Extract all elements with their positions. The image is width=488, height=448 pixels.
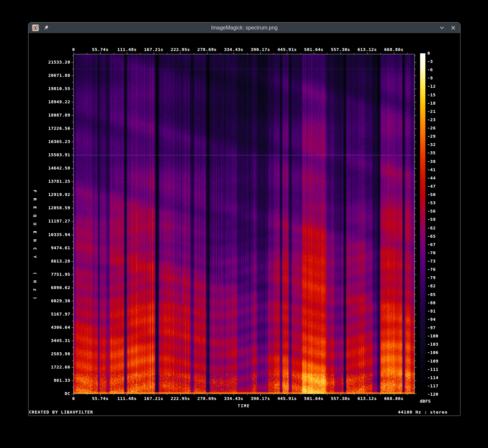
legend-tick-label: -120 (427, 392, 438, 397)
legend-tick-label: -50 (427, 192, 436, 197)
y-axis-title: FREQUENCY (Hz) (32, 188, 37, 307)
time-tick-label: 668.86s (384, 396, 403, 401)
freq-tick-label: 6890.62 (38, 285, 70, 290)
axis-tick (260, 394, 261, 396)
axis-tick (72, 274, 73, 275)
axis-tick (415, 201, 416, 202)
legend-tick-label: -79 (427, 275, 436, 280)
axis-tick (415, 122, 416, 122)
axis-tick (415, 109, 416, 109)
axis-tick (415, 268, 416, 268)
freq-tick-label: 14642.58 (38, 166, 70, 171)
axis-tick (415, 301, 416, 301)
axis-tick (415, 374, 416, 374)
axis-tick (415, 228, 416, 228)
legend-tick-label: -59 (427, 217, 436, 222)
axis-tick (72, 354, 73, 354)
legend-tick-label: -3 (427, 59, 433, 64)
time-tick-label: 222.95s (171, 47, 190, 52)
axis-tick (72, 142, 73, 142)
freq-tick-label: 15503.91 (38, 153, 70, 157)
time-tick-label: 613.12s (357, 396, 377, 401)
legend-tick-label: -73 (427, 259, 436, 264)
legend-tick-label: -70 (427, 251, 436, 255)
legend-tick-label: -65 (427, 234, 436, 239)
window-title: ImageMagick: spectrum.png (28, 25, 460, 31)
legend-tick-label: -47 (427, 184, 436, 189)
axis-tick (72, 367, 73, 368)
screen: X ImageMagick: spectrum.png (0, 0, 488, 448)
axis-tick (415, 208, 416, 208)
axis-tick (415, 102, 416, 102)
freq-tick-label: 18087.89 (38, 113, 70, 118)
axis-tick (72, 128, 73, 129)
axis-tick (234, 394, 234, 396)
titlebar[interactable]: X ImageMagick: spectrum.png (28, 23, 460, 33)
axis-tick (247, 394, 247, 395)
axis-tick (72, 221, 73, 222)
legend-tick-label: -106 (427, 350, 438, 355)
time-tick-label: 445.91s (277, 396, 297, 401)
axis-tick (415, 281, 416, 281)
image-viewport[interactable]: 21533.2020671.8819810.5518949.2218087.89… (28, 33, 460, 416)
legend-tick-label: -114 (427, 375, 438, 380)
axis-tick (415, 288, 416, 288)
legend-tick-label: -53 (427, 201, 436, 205)
axis-tick (74, 394, 74, 396)
legend-tick-label: -82 (427, 284, 436, 288)
axis-tick (140, 53, 140, 54)
legend-tick-label: -15 (427, 93, 436, 97)
legend-tick-label: -97 (427, 325, 436, 330)
time-tick-label: 334.43s (224, 47, 243, 52)
time-tick-label: 613.12s (357, 47, 377, 52)
time-tick-label: 111.48s (117, 396, 136, 401)
legend-tick-label: -18 (427, 101, 436, 106)
axis-tick (415, 128, 416, 129)
axis-tick (72, 56, 73, 56)
axis-tick (415, 274, 416, 275)
axis-tick (72, 162, 73, 162)
axis-tick (415, 334, 416, 334)
axis-tick (367, 52, 367, 54)
axis-tick (72, 188, 73, 188)
axis-tick (72, 155, 73, 155)
axis-tick (72, 387, 73, 387)
axis-tick (394, 394, 394, 396)
axis-tick (341, 52, 341, 54)
axis-tick (415, 347, 416, 348)
axis-tick (114, 53, 114, 54)
axis-tick (415, 56, 416, 56)
axis-tick (114, 394, 114, 395)
axis-tick (367, 394, 367, 396)
axis-tick (87, 53, 87, 54)
axis-tick (72, 281, 73, 281)
axis-tick (72, 380, 73, 381)
axis-tick (415, 168, 416, 169)
time-tick-label: 167.21s (144, 396, 163, 401)
legend-tick-label: -100 (427, 334, 438, 338)
axis-tick (380, 53, 381, 54)
legend-tick-label: -21 (427, 109, 436, 114)
axis-tick (415, 354, 416, 354)
audio-info-text: 44100 Hz : stereo (398, 410, 448, 415)
axis-tick (274, 53, 274, 54)
axis-tick (415, 394, 416, 394)
time-tick-label: 557.38s (331, 47, 350, 52)
spectrogram-canvas (74, 54, 414, 394)
legend-tick-label: -29 (427, 134, 436, 139)
freq-tick-label: 10335.94 (38, 232, 70, 237)
legend-tick-label: -56 (427, 209, 436, 214)
axis-tick (415, 195, 416, 195)
axis-tick (140, 394, 140, 395)
axis-tick (415, 135, 416, 135)
legend-tick-label: -62 (427, 226, 436, 230)
axis-tick (72, 301, 73, 301)
time-tick-label: 501.64s (304, 396, 323, 401)
freq-tick-label: 2583.98 (38, 352, 70, 356)
axis-tick (415, 255, 416, 255)
axis-tick (407, 394, 407, 395)
freq-tick-label: 12058.59 (38, 206, 70, 210)
axis-tick (407, 53, 407, 54)
axis-tick (180, 394, 181, 396)
freq-tick-label: 6029.30 (38, 299, 70, 303)
